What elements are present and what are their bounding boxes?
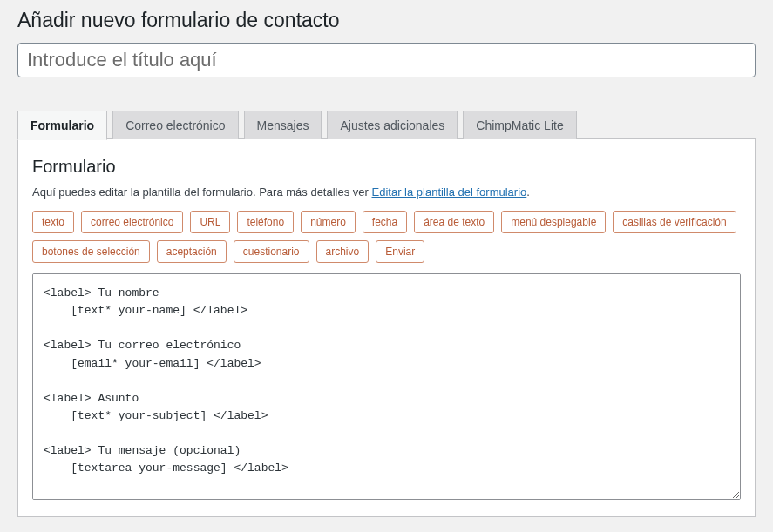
panel-title: Formulario [32, 157, 741, 177]
edit-template-link[interactable]: Editar la plantilla del formulario [372, 185, 527, 199]
panel-desc-suffix: . [526, 185, 530, 199]
tag-buttons-row: texto correo electrónico URL teléfono nú… [32, 211, 741, 263]
panel-description: Aquí puedes editar la plantilla del form… [32, 185, 741, 199]
form-panel: Formulario Aquí puedes editar la plantil… [17, 138, 756, 517]
tag-menu-desplegable[interactable]: menú desplegable [501, 211, 606, 233]
tab-ajustes-adicionales[interactable]: Ajustes adicionales [327, 111, 458, 139]
panel-desc-prefix: Aquí puedes editar la plantilla del form… [32, 185, 372, 199]
tab-nav: Formulario Correo electrónico Mensajes A… [17, 111, 756, 139]
tag-correo-electronico[interactable]: correo electrónico [81, 211, 183, 233]
tag-url[interactable]: URL [190, 211, 230, 233]
tag-botones-seleccion[interactable]: botones de selección [32, 240, 150, 263]
tag-fecha[interactable]: fecha [363, 211, 407, 233]
tag-texto[interactable]: texto [32, 211, 74, 233]
tag-numero[interactable]: número [301, 211, 356, 233]
tag-cuestionario[interactable]: cuestionario [234, 240, 309, 263]
form-title-input[interactable] [17, 43, 756, 77]
form-template-textarea[interactable] [32, 273, 741, 500]
tag-area-de-texto[interactable]: área de texto [414, 211, 494, 233]
tag-archivo[interactable]: archivo [316, 240, 370, 263]
tab-mensajes[interactable]: Mensajes [244, 111, 322, 139]
tag-aceptacion[interactable]: aceptación [157, 240, 227, 263]
tag-enviar[interactable]: Enviar [376, 240, 424, 263]
tab-chimpmatic-lite[interactable]: ChimpMatic Lite [463, 111, 576, 139]
tab-correo-electronico[interactable]: Correo electrónico [112, 111, 238, 139]
tab-formulario[interactable]: Formulario [17, 111, 107, 140]
tag-telefono[interactable]: teléfono [237, 211, 294, 233]
tag-casillas-verificacion[interactable]: casillas de verificación [613, 211, 736, 233]
page-title: Añadir nuevo formulario de contacto [17, 9, 756, 32]
